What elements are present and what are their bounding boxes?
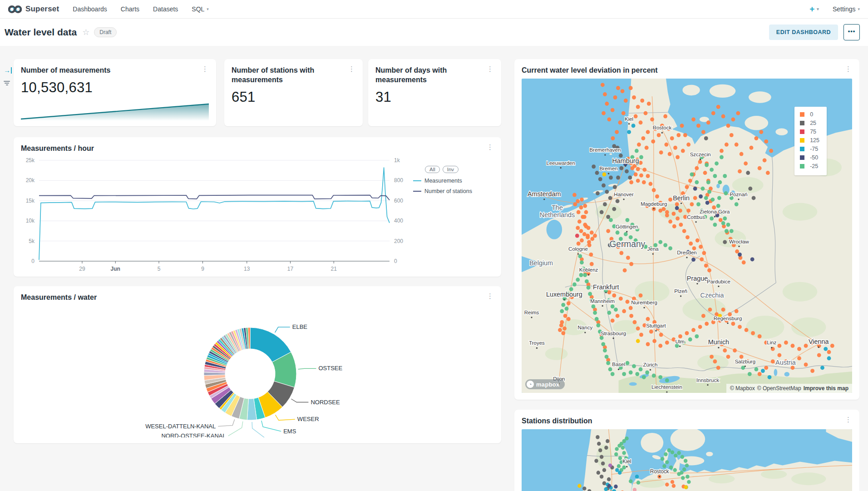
kebab-menu-icon[interactable]: ⋮: [347, 65, 356, 72]
stations-map-canvas[interactable]: KielRostock: [522, 429, 852, 491]
nav-item-datasets[interactable]: Datasets: [153, 5, 178, 13]
kebab-menu-icon[interactable]: ⋮: [843, 65, 853, 72]
map-label: Wrocław: [729, 238, 749, 244]
map-label: Strasbourg: [601, 330, 626, 336]
svg-text:15k: 15k: [26, 198, 35, 204]
legend-color-swatch: [800, 155, 804, 160]
map-label: Vienna: [809, 338, 829, 345]
big-number-value: 31: [368, 84, 501, 105]
map-label: Plzeň: [674, 288, 687, 294]
legend-item[interactable]: Measurements: [413, 178, 488, 184]
osm-copyright-link[interactable]: © OpenStreetMap: [757, 385, 801, 392]
map-label: Nuremberg: [631, 299, 657, 305]
mapbox-logo[interactable]: ◔ mapbox: [525, 379, 565, 389]
map-label: Zürich: [643, 362, 658, 367]
kebab-menu-icon[interactable]: ⋮: [485, 65, 495, 72]
legend-color-swatch: [800, 138, 804, 143]
settings-menu[interactable]: Settings ▾: [833, 5, 860, 13]
legend-color-swatch: [800, 147, 804, 151]
svg-text:25k: 25k: [26, 157, 35, 164]
nav-item-sql[interactable]: SQL▾: [192, 5, 209, 13]
map-label: Rostock: [653, 124, 672, 130]
map-label: Prague: [687, 275, 708, 282]
map-label: Regensburg: [714, 315, 742, 321]
map-label: Kiel: [622, 458, 631, 464]
map-label: Mannheim: [590, 298, 615, 303]
map-label: Leeuwarden: [547, 160, 575, 166]
svg-text:0: 0: [394, 258, 397, 264]
donut-label: WESEL-DATTELN-KANAL: [145, 423, 216, 430]
favorite-star-icon[interactable]: ☆: [82, 27, 89, 37]
map-label: Pardubice: [707, 278, 730, 284]
new-item-button[interactable]: + ▾: [809, 4, 819, 14]
map-label: Stuttgart: [646, 322, 666, 328]
donut-label: EMS: [283, 428, 296, 435]
chart-title: Stations distribution: [522, 416, 592, 426]
svg-text:9: 9: [201, 266, 204, 272]
superset-infinity-icon: [8, 5, 22, 14]
map-label: Bremerhaven: [589, 147, 621, 153]
map-label: Berlin: [673, 194, 690, 202]
expand-filter-bar-button[interactable]: →: [4, 67, 12, 74]
legend-color-swatch: [800, 164, 804, 169]
map-label: Reims: [524, 309, 539, 315]
map-legend-item: 25: [800, 120, 819, 126]
water-donut-canvas[interactable]: ELBEOSTSEENORDSEEWESEREMSJADENORD-OSTSEE…: [21, 302, 494, 437]
map-label: Nancy: [578, 324, 593, 330]
map-label: Ulm: [675, 338, 684, 344]
brand-name: Superset: [25, 5, 59, 14]
map-legend-item: -50: [800, 154, 819, 161]
card-title: Number of stations with measurements: [232, 65, 331, 84]
map-label: Basel: [612, 361, 625, 367]
stations-map[interactable]: KielRostock: [522, 429, 852, 491]
legend-line-swatch: [413, 191, 421, 192]
legend-all-button[interactable]: All: [425, 166, 440, 173]
map-label: Göttingen: [616, 223, 638, 229]
map-label: Kiel: [625, 116, 633, 122]
improve-map-link[interactable]: Improve this map: [804, 385, 848, 392]
map-legend-item: -25: [800, 163, 819, 169]
card-number-of-days: Number of days with measurements ⋮ 31: [368, 59, 501, 126]
legend-item[interactable]: Number of stations: [413, 188, 488, 194]
svg-text:1k: 1k: [394, 157, 400, 164]
card-number-of-measurements: Number of measurements ⋮ 10,530,631: [14, 59, 216, 126]
edit-dashboard-button[interactable]: EDIT DASHBOARD: [769, 25, 838, 40]
map-legend-item: -75: [800, 146, 819, 152]
map-label: Luxembourg: [546, 291, 582, 298]
kebab-menu-icon[interactable]: ⋮: [200, 65, 210, 72]
kebab-menu-icon[interactable]: ⋮: [843, 416, 853, 423]
superset-logo[interactable]: Superset: [8, 5, 59, 14]
chart-title: Measurements / hour: [21, 144, 94, 153]
kebab-menu-icon[interactable]: ⋮: [485, 144, 495, 150]
map-label: Salzburg: [735, 358, 755, 364]
mapbox-copyright-link[interactable]: © Mapbox: [730, 385, 755, 392]
filter-icon[interactable]: [3, 80, 10, 86]
svg-text:20k: 20k: [26, 177, 35, 184]
map-label: Germany: [609, 239, 645, 249]
series-line: [39, 168, 390, 260]
chevron-down-icon: ▾: [858, 7, 860, 11]
nav-item-charts[interactable]: Charts: [121, 5, 139, 13]
svg-text:13: 13: [244, 266, 250, 272]
map-label: Cottbus: [687, 214, 705, 220]
svg-text:5k: 5k: [29, 238, 35, 244]
top-nav: Superset DashboardsChartsDatasetsSQL▾ + …: [0, 0, 868, 19]
mapbox-icon: ◔: [527, 381, 534, 388]
card-title: Number of days with measurements: [375, 65, 471, 84]
legend-inv-button[interactable]: Inv: [443, 166, 459, 173]
settings-label: Settings: [833, 5, 856, 13]
hour-chart-canvas[interactable]: 25k20k15k10k5k01k800600400200029Jun59131…: [14, 155, 413, 277]
hour-chart-legend: AllInv MeasurementsNumber of stations: [413, 155, 488, 277]
card-measurements-per-water: Measurements / water ⋮ ELBEOSTSEENORDSEE…: [14, 286, 501, 443]
map-label: Cologne: [568, 246, 588, 252]
nav-item-dashboards[interactable]: Dashboards: [73, 5, 107, 13]
svg-text:400: 400: [394, 218, 403, 224]
donut-label: NORDSEE: [311, 399, 340, 406]
map-label: Munich: [708, 338, 729, 346]
deviation-map[interactable]: LeeuwardenAmsterdamTheNetherlandsKielRos…: [522, 79, 852, 393]
svg-text:17: 17: [287, 266, 294, 272]
kebab-menu-icon[interactable]: ⋮: [485, 293, 495, 299]
legend-color-swatch: [800, 129, 804, 134]
dashboard-more-button[interactable]: •••: [843, 24, 860, 40]
svg-text:600: 600: [394, 198, 403, 204]
